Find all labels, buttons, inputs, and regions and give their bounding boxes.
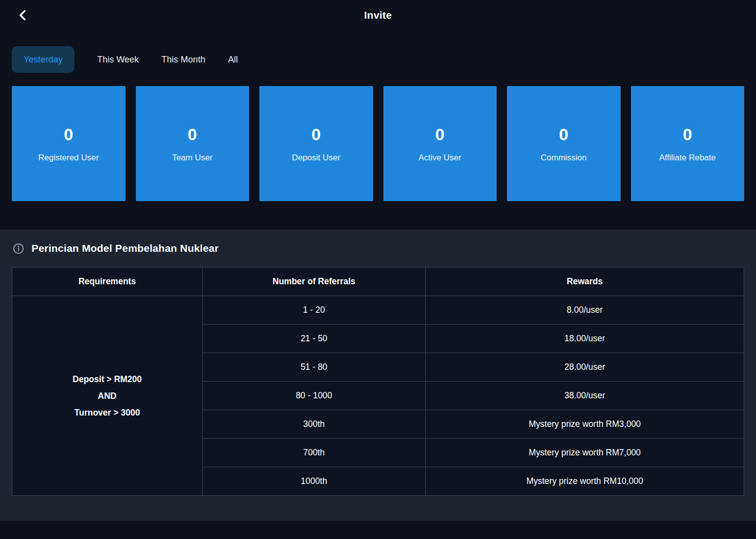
stat-card-team-user: 0 Team User xyxy=(136,86,250,201)
requirement-line: Turnover > 3000 xyxy=(12,404,202,421)
invite-page: Invite Yesterday This Week This Month Al… xyxy=(0,0,756,521)
chevron-left-icon xyxy=(17,9,30,22)
tab-all[interactable]: All xyxy=(228,48,238,71)
reward-cell: 38.00/user xyxy=(426,382,744,410)
tab-yesterday[interactable]: Yesterday xyxy=(12,46,74,73)
reward-cell: Mystery prize worth RM10,000 xyxy=(426,467,744,496)
stat-card-active-user: 0 Active User xyxy=(383,86,497,201)
stat-label: Deposit User xyxy=(292,153,340,163)
referrals-cell: 21 - 50 xyxy=(202,325,426,353)
referrals-cell: 1000th xyxy=(202,467,426,496)
stat-label: Commission xyxy=(540,153,587,163)
stat-value: 0 xyxy=(559,125,568,144)
panel-heading: Perincian Model Pembelahan Nuklear xyxy=(13,242,744,254)
header-rewards: Rewards xyxy=(426,268,744,296)
referrals-cell: 700th xyxy=(202,439,426,467)
tab-this-week[interactable]: This Week xyxy=(97,48,139,71)
referrals-cell: 51 - 80 xyxy=(202,353,426,382)
tab-bar: Yesterday This Week This Month All xyxy=(0,30,756,73)
header: Invite xyxy=(0,0,756,30)
referrals-cell: 1 - 20 xyxy=(202,296,426,325)
referral-model-panel: Perincian Model Pembelahan Nuklear Requi… xyxy=(0,230,756,521)
stat-value: 0 xyxy=(683,125,692,144)
stat-card-affiliate-rebate: 0 Affiliate Rebate xyxy=(631,86,745,201)
stat-label: Team User xyxy=(172,153,213,163)
referrals-cell: 300th xyxy=(202,410,426,439)
stat-value: 0 xyxy=(188,125,197,144)
reward-cell: 8.00/user xyxy=(426,296,744,325)
rewards-table: Requirements Number of Referrals Rewards… xyxy=(12,267,744,496)
stat-label: Affiliate Rebate xyxy=(659,153,716,163)
stat-label: Active User xyxy=(418,153,461,163)
header-requirements: Requirements xyxy=(12,268,203,296)
stat-value: 0 xyxy=(435,125,444,144)
stat-card-deposit-user: 0 Deposit User xyxy=(259,86,373,201)
stat-value: 0 xyxy=(312,125,321,144)
requirement-line: Deposit > RM200 xyxy=(12,371,202,388)
table-header-row: Requirements Number of Referrals Rewards xyxy=(12,268,744,296)
tab-this-month[interactable]: This Month xyxy=(161,48,205,71)
info-icon xyxy=(13,243,24,254)
reward-cell: Mystery prize worth RM7,000 xyxy=(426,439,744,467)
referrals-cell: 80 - 1000 xyxy=(202,382,426,410)
requirement-line: AND xyxy=(12,388,202,404)
reward-cell: Mystery prize worth RM3,000 xyxy=(426,410,744,439)
section-title: Perincian Model Pembelahan Nuklear xyxy=(32,242,219,254)
reward-cell: 18.00/user xyxy=(426,325,744,353)
stat-card-registered-user: 0 Registered User xyxy=(12,86,126,201)
requirements-cell: Deposit > RM200 AND Turnover > 3000 xyxy=(12,296,203,496)
stat-label: Registered User xyxy=(38,153,99,163)
header-number-of-referrals: Number of Referrals xyxy=(202,268,426,296)
page-title: Invite xyxy=(364,9,392,21)
stats-row: 0 Registered User 0 Team User 0 Deposit … xyxy=(0,73,756,201)
stat-value: 0 xyxy=(64,125,73,144)
table-row: Deposit > RM200 AND Turnover > 3000 1 - … xyxy=(12,296,744,325)
back-button[interactable] xyxy=(14,6,32,25)
stat-card-commission: 0 Commission xyxy=(507,86,621,201)
reward-cell: 28.00/user xyxy=(426,353,744,382)
